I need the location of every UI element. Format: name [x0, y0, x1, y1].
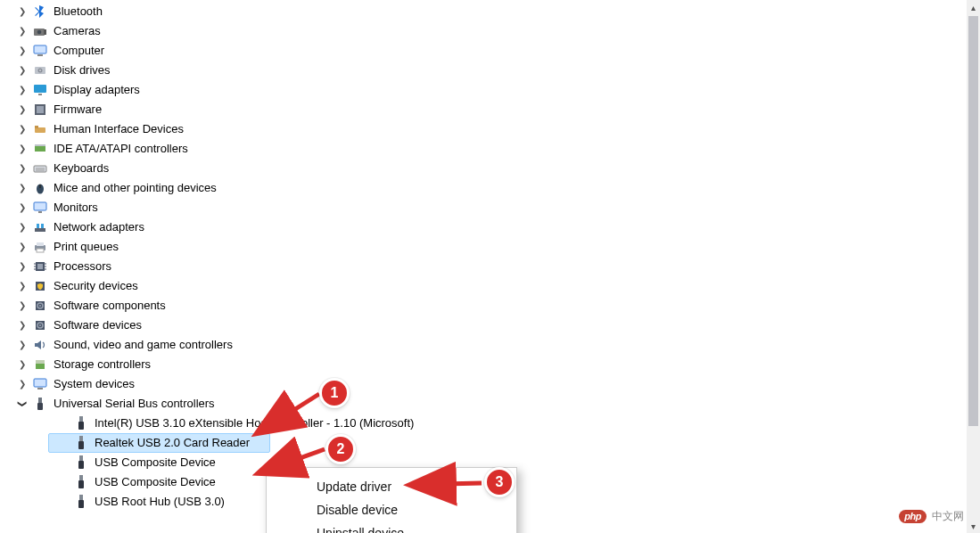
tree-item[interactable]: Intel(R) USB 3.10 eXtensible Host Contro…	[48, 414, 965, 433]
tree-item-label: USB Composite Device	[95, 453, 216, 472]
tree-category[interactable]: ❯Display adapters	[18, 80, 965, 100]
chevron-right-icon[interactable]: ❯	[18, 125, 27, 134]
mouse-icon	[32, 180, 48, 196]
menu-item-uninstall-device[interactable]: Uninstall device	[267, 521, 516, 533]
chevron-right-icon[interactable]: ❯	[18, 144, 27, 153]
scroll-down-button[interactable]: ▾	[967, 519, 980, 533]
tree-category[interactable]: ❯Bluetooth	[18, 2, 965, 21]
tree-category[interactable]: ❯Security devices	[18, 276, 965, 296]
display-icon	[32, 82, 48, 98]
chevron-right-icon[interactable]: ❯	[18, 105, 27, 114]
annotation-callout-2: 2	[325, 434, 356, 464]
hid-icon	[32, 121, 48, 137]
tree-category[interactable]: ❯Firmware	[18, 100, 965, 119]
chevron-right-icon[interactable]: ❯	[18, 360, 27, 369]
svg-rect-45	[36, 360, 45, 364]
svg-rect-50	[79, 416, 83, 422]
device-manager-viewport: ❯Bluetooth❯Cameras❯Computer❯Disk drives❯…	[0, 0, 980, 533]
usb-plug-icon	[73, 435, 89, 451]
tree-category-label: Computer	[54, 41, 104, 61]
menu-item-update-driver[interactable]: Update driver	[267, 475, 516, 498]
tree-category[interactable]: ❯Monitors	[18, 198, 965, 217]
svg-rect-8	[34, 85, 46, 93]
chevron-right-icon[interactable]: ❯	[18, 223, 27, 232]
svg-rect-55	[78, 461, 84, 469]
security-icon	[32, 278, 48, 294]
disk-icon	[32, 62, 48, 78]
tree-category[interactable]: ❯Sound, video and game controllers	[18, 335, 965, 355]
software-icon	[32, 317, 48, 333]
keyboard-icon	[32, 160, 48, 176]
bluetooth-icon	[32, 4, 48, 20]
svg-point-7	[39, 70, 41, 71]
usb-plug-icon	[73, 415, 89, 431]
tree-item-label: Intel(R) USB 3.10 eXtensible Host Contro…	[95, 414, 414, 433]
svg-rect-52	[79, 436, 83, 441]
tree-category[interactable]: ❯Processors	[18, 257, 965, 276]
tree-category-expanded[interactable]: ❯Universal Serial Bus controllers	[18, 394, 965, 414]
usb-plug-icon	[73, 474, 89, 490]
svg-rect-56	[79, 475, 83, 480]
tree-category[interactable]: ❯System devices	[18, 374, 965, 394]
tree-item-label: USB Composite Device	[95, 472, 216, 492]
scroll-up-button[interactable]: ▴	[967, 0, 980, 14]
tree-category-label: Processors	[54, 257, 111, 276]
chevron-right-icon[interactable]: ❯	[18, 164, 27, 173]
svg-rect-57	[78, 480, 84, 488]
annotation-callout-1: 1	[319, 378, 350, 408]
chevron-right-icon[interactable]: ❯	[18, 380, 27, 389]
chevron-right-icon[interactable]: ❯	[18, 7, 27, 16]
svg-rect-20	[39, 184, 40, 188]
svg-rect-15	[35, 144, 45, 146]
tree-category[interactable]: ❯Disk drives	[18, 61, 965, 80]
tree-category[interactable]: ❯Computer	[18, 41, 965, 61]
svg-rect-58	[79, 495, 83, 500]
vertical-scrollbar[interactable]: ▴ ▾	[967, 0, 980, 533]
camera-icon	[32, 23, 48, 39]
svg-point-1	[37, 30, 42, 35]
usb-icon	[32, 396, 48, 412]
svg-rect-48	[38, 398, 42, 403]
chevron-right-icon[interactable]: ❯	[18, 242, 27, 251]
tree-category[interactable]: ❯Software components	[18, 296, 965, 316]
tree-category[interactable]: ❯Network adapters	[18, 217, 965, 237]
tree-category[interactable]: ❯Storage controllers	[18, 355, 965, 374]
chevron-down-icon[interactable]: ❯	[18, 399, 27, 408]
tree-category[interactable]: ❯Keyboards	[18, 159, 965, 178]
chevron-right-icon[interactable]: ❯	[18, 27, 27, 36]
chevron-right-icon[interactable]: ❯	[18, 262, 27, 271]
chevron-right-icon[interactable]: ❯	[18, 282, 27, 291]
chevron-right-icon[interactable]: ❯	[18, 321, 27, 330]
tree-category-label: Network adapters	[54, 217, 144, 237]
svg-rect-9	[38, 94, 42, 95]
tree-category[interactable]: ❯IDE ATA/ATAPI controllers	[18, 139, 965, 159]
tree-category-label: Monitors	[54, 198, 98, 217]
menu-item-disable-device[interactable]: Disable device	[267, 498, 516, 521]
chevron-right-icon[interactable]: ❯	[18, 203, 27, 212]
tree-category-label: Storage controllers	[54, 355, 151, 374]
tree-category-label: Security devices	[54, 276, 138, 296]
tree-category[interactable]: ❯Print queues	[18, 237, 965, 257]
tree-item-selected[interactable]: Realtek USB 2.0 Card Reader	[48, 433, 270, 453]
chevron-right-icon[interactable]: ❯	[18, 340, 27, 349]
svg-rect-46	[34, 379, 46, 387]
tree-category[interactable]: ❯Mice and other pointing devices	[18, 178, 965, 198]
chevron-right-icon[interactable]: ❯	[18, 66, 27, 75]
svg-rect-24	[37, 224, 39, 228]
system-icon	[32, 376, 48, 392]
scroll-thumb[interactable]	[968, 16, 978, 426]
watermark: php 中文网	[899, 509, 964, 524]
chevron-right-icon[interactable]: ❯	[18, 184, 27, 193]
chevron-right-icon[interactable]: ❯	[18, 301, 27, 310]
chevron-right-icon[interactable]: ❯	[18, 86, 27, 94]
usb-plug-icon	[73, 494, 89, 510]
chevron-right-icon[interactable]: ❯	[18, 46, 27, 55]
svg-rect-3	[34, 45, 46, 53]
tree-category[interactable]: ❯Software devices	[18, 316, 965, 335]
tree-category[interactable]: ❯Cameras	[18, 21, 965, 41]
printer-icon	[32, 239, 48, 255]
svg-rect-11	[37, 106, 44, 113]
tree-category[interactable]: ❯Human Interface Devices	[18, 119, 965, 139]
svg-rect-53	[78, 441, 84, 449]
annotation-callout-3: 3	[484, 467, 515, 497]
